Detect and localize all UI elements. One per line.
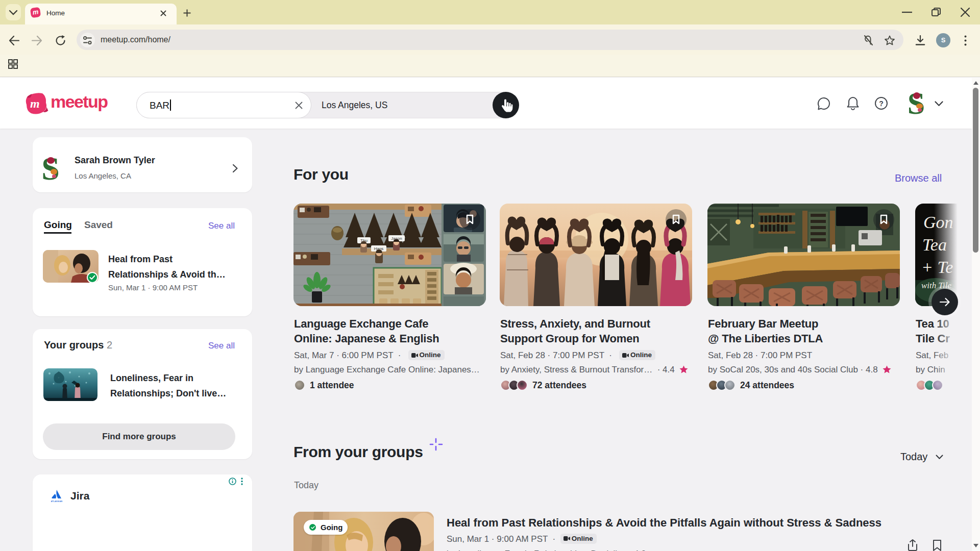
svg-text:m: m (30, 97, 40, 110)
svg-text:?: ? (879, 99, 884, 108)
svg-text:ATLASSIAN: ATLASSIAN (51, 500, 63, 503)
